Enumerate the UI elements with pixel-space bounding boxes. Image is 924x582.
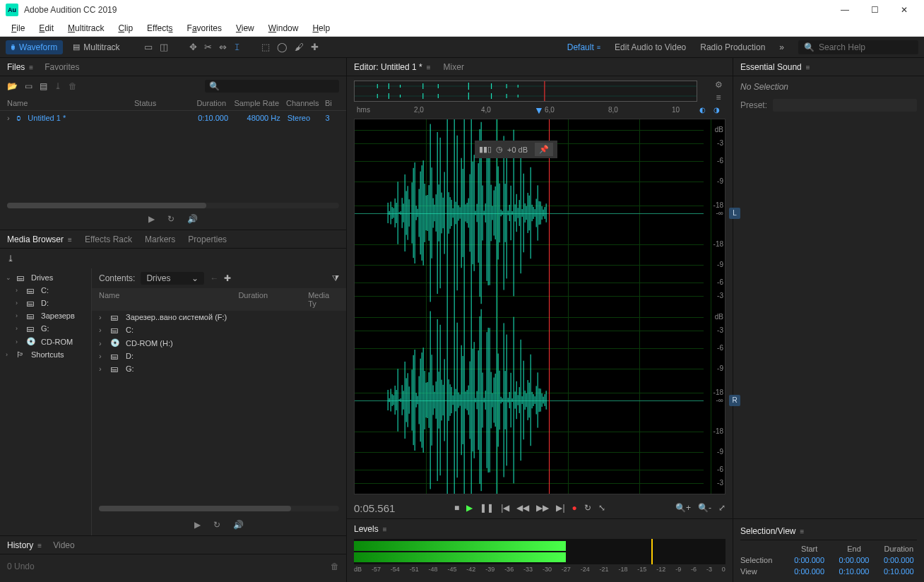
new-multitrack-icon[interactable]: ▤ (40, 81, 47, 91)
tab-history[interactable]: History≡ (7, 538, 42, 553)
timeline-ruler[interactable]: hms 2,0 4,0 6,0 8,0 10 ▼ ◐ ◑ (354, 106, 725, 119)
tool-spot-heal[interactable]: ✚ (311, 42, 319, 53)
waveform-mode-button[interactable]: ⧯ Waveform (6, 40, 63, 54)
search-help[interactable]: 🔍 (798, 40, 918, 54)
workspace-more-icon[interactable]: » (779, 42, 784, 52)
menu-file[interactable]: File (6, 22, 30, 35)
media-list-item[interactable]: ›🖴G: (92, 362, 346, 375)
tree-reserved[interactable]: ›🖴Зарезерв (0, 309, 91, 322)
tab-properties[interactable]: Properties (188, 232, 227, 247)
tab-favorites[interactable]: Favorites (45, 59, 79, 75)
loop-icon[interactable]: ↻ (167, 214, 174, 224)
tab-essential-sound[interactable]: Essential Sound≡ (740, 59, 810, 75)
tree-d[interactable]: ›🖴D: (0, 297, 91, 309)
pin-right-icon[interactable]: ◑ (713, 106, 720, 114)
pin-left-icon[interactable]: ◐ (699, 106, 706, 114)
tab-media-browser[interactable]: Media Browser≡ (7, 232, 72, 247)
tree-drives[interactable]: ⌄🖴Drives (0, 271, 91, 284)
auto-play-icon[interactable]: 🔊 (187, 214, 198, 224)
loop-icon[interactable]: ↻ (213, 520, 220, 530)
list-icon[interactable]: ≡ (716, 93, 721, 102)
tab-selection-view[interactable]: Selection/View≡ (740, 523, 804, 539)
play-icon[interactable]: ▶ (148, 214, 155, 224)
play-button[interactable]: ▶ (466, 503, 473, 513)
tool-slip[interactable]: ⇔ (219, 42, 227, 53)
menu-window[interactable]: Window (263, 22, 304, 35)
tab-editor[interactable]: Editor: Untitled 1 *≡ (354, 59, 431, 75)
menu-edit[interactable]: Edit (33, 22, 59, 35)
menu-effects[interactable]: Effects (141, 22, 178, 35)
rewind-button[interactable]: ◀◀ (516, 503, 529, 513)
overview-waveform[interactable] (354, 81, 697, 102)
workspace-edit-av[interactable]: Edit Audio to Video (615, 42, 686, 52)
maximize-button[interactable]: ☐ (860, 1, 889, 18)
tab-mixer[interactable]: Mixer (444, 59, 464, 75)
forward-button[interactable]: ▶▶ (536, 503, 549, 513)
playhead-marker-icon[interactable]: ▼ (534, 105, 544, 116)
record-button[interactable]: ● (572, 503, 577, 513)
tab-markers[interactable]: Markers (145, 232, 175, 247)
multitrack-mode-button[interactable]: ▤ Multitrack (67, 40, 125, 54)
pause-button[interactable]: ❚❚ (480, 503, 494, 513)
menu-favorites[interactable]: Favorites (182, 22, 227, 35)
media-list-item[interactable]: ›🖴D: (92, 350, 346, 362)
waveform-editor[interactable]: dB-3-6-9-18-∞-18-9-6-3LdB-3-6-9-18-∞-18-… (354, 119, 725, 494)
play-icon[interactable]: ▶ (194, 520, 201, 530)
workspace-default[interactable]: Default≡ (567, 42, 600, 52)
menu-help[interactable]: Help (307, 22, 336, 35)
search-input[interactable] (819, 42, 911, 52)
mb-scrollbar[interactable] (99, 506, 339, 511)
menu-view[interactable]: View (230, 22, 260, 35)
tree-c[interactable]: ›🖴C: (0, 284, 91, 297)
view-duration[interactable]: 0:10.000 (881, 567, 917, 576)
tree-shortcuts[interactable]: ›🏳Shortcuts (0, 348, 91, 361)
tab-video[interactable]: Video (53, 538, 74, 553)
trash-icon[interactable]: 🗑 (69, 81, 77, 91)
contents-dropdown[interactable]: Drives⌄ (141, 272, 204, 285)
skip-silence-button[interactable]: ⤡ (598, 503, 605, 513)
files-search[interactable]: 🔍 (205, 80, 339, 93)
tool-marquee[interactable]: ⬚ (261, 42, 270, 53)
open-file-icon[interactable]: 📂 (7, 81, 18, 91)
zoom-in-icon[interactable]: 🔍+ (675, 503, 691, 513)
tree-g[interactable]: ›🖴G: (0, 322, 91, 335)
media-list-item[interactable]: ›🖴Зарезер..вано системой (F:) (92, 311, 346, 323)
tree-cdrom[interactable]: ›💿CD-ROM (0, 335, 91, 348)
sel-start[interactable]: 0:00.000 (791, 556, 827, 564)
menu-clip[interactable]: Clip (112, 22, 138, 35)
tool-time-select[interactable]: 𝙸 (234, 42, 240, 53)
tab-levels[interactable]: Levels≡ (354, 521, 387, 537)
back-icon[interactable]: ← (210, 273, 218, 283)
trash-icon[interactable]: 🗑 (331, 562, 339, 571)
new-file-icon[interactable]: ▭ (25, 81, 32, 91)
tool-hud-icon[interactable]: ▭ (144, 42, 153, 53)
sel-duration[interactable]: 0:00.000 (881, 556, 917, 564)
tab-files[interactable]: Files≡ (7, 59, 33, 75)
workspace-radio[interactable]: Radio Production (700, 42, 765, 52)
stop-button[interactable]: ■ (454, 503, 459, 513)
tool-brush[interactable]: 🖌 (295, 42, 304, 53)
menu-multitrack[interactable]: Multitrack (62, 22, 109, 35)
filter-icon[interactable]: ⧩ (332, 273, 339, 283)
files-scrollbar[interactable] (7, 203, 339, 208)
import-icon[interactable]: ⤓ (7, 254, 14, 263)
auto-play-icon[interactable]: 🔊 (233, 520, 244, 530)
goto-end-button[interactable]: ▶| (556, 503, 564, 513)
media-list-item[interactable]: ›💿CD-ROM (H:) (92, 336, 346, 350)
hud-pin-icon[interactable]: 📌 (535, 143, 553, 156)
tool-lasso[interactable]: ◯ (277, 42, 288, 53)
view-end[interactable]: 0:10.000 (836, 567, 872, 576)
sel-end[interactable]: 0:00.000 (836, 556, 872, 564)
tool-move[interactable]: ✥ (189, 42, 197, 53)
goto-start-button[interactable]: |◀ (501, 503, 509, 513)
file-row[interactable]: › ⧮ Untitled 1 * 0:10.000 48000 Hz Stere… (0, 111, 346, 125)
close-button[interactable]: ✕ (890, 1, 918, 18)
view-start[interactable]: 0:00.000 (791, 567, 827, 576)
gear-icon[interactable]: ⚙ (715, 80, 723, 90)
tool-spectral-icon[interactable]: ◫ (160, 42, 168, 53)
import-icon[interactable]: ⤓ (54, 81, 61, 91)
new-folder-icon[interactable]: ✚ (224, 273, 231, 283)
preset-dropdown[interactable] (773, 99, 917, 112)
tool-razor[interactable]: ✂ (204, 42, 212, 53)
zoom-out-icon[interactable]: 🔍- (698, 503, 711, 513)
